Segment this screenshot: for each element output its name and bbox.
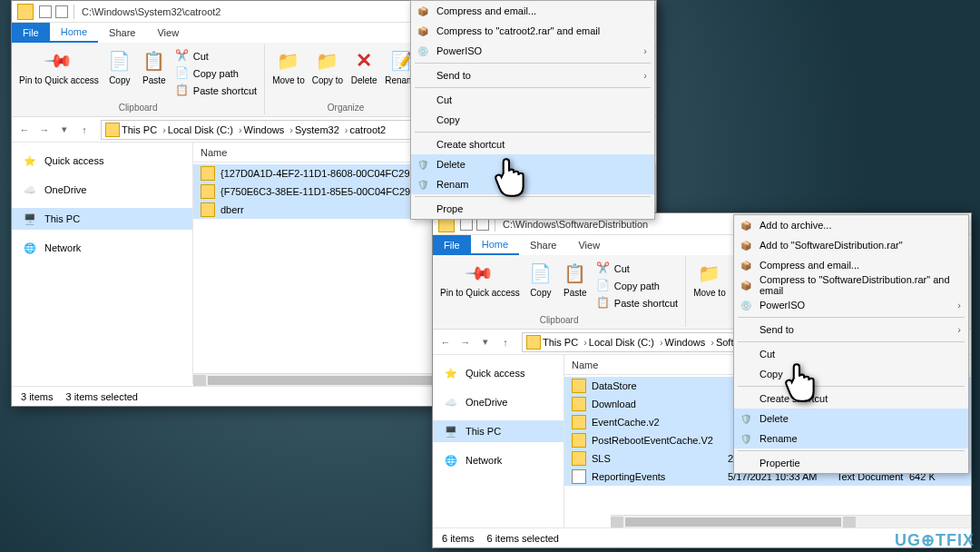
menu-item[interactable]: 💿PowerISO (411, 41, 654, 61)
sidebar-thispc[interactable]: 🖥️This PC (12, 208, 192, 230)
menu-label: Send to (760, 324, 794, 335)
menu-item[interactable]: 💿PowerISO (734, 295, 968, 315)
paste-icon: 📋 (563, 261, 588, 286)
menu-icon: 💿 (738, 297, 754, 313)
paste-button[interactable]: 📋Paste (139, 46, 170, 99)
menu-item[interactable]: 🛡️Renam (411, 174, 654, 194)
star-icon: ⭐ (444, 366, 458, 380)
moveto-button[interactable]: 📁Move to (691, 259, 728, 300)
pasteshort-button[interactable]: 📋Paste shortcut (173, 83, 259, 99)
sidebar-onedrive[interactable]: ☁️OneDrive (12, 179, 192, 201)
menu-item[interactable]: 🛡️Delete (734, 409, 968, 429)
sidebar-quick[interactable]: ⭐Quick access (433, 362, 564, 384)
delete-button[interactable]: ✕Delete (348, 46, 379, 87)
menu-item[interactable]: Copy (411, 110, 654, 130)
qat-check-2[interactable] (55, 5, 68, 18)
menu-item[interactable]: Copy (734, 364, 968, 384)
sidebar-network[interactable]: 🌐Network (12, 237, 192, 259)
menu-label: Copy (760, 369, 783, 380)
menu-label: Compress to "SoftwareDistribution.rar" a… (760, 274, 961, 296)
back-button[interactable]: ← (436, 333, 455, 351)
sidebar-thispc[interactable]: 🖥️This PC (433, 420, 564, 442)
history-dropdown[interactable]: ▾ (476, 333, 495, 351)
up-button[interactable]: ↑ (75, 121, 93, 139)
tab-file[interactable]: File (12, 23, 50, 43)
moveto-icon: 📁 (276, 48, 301, 74)
tab-home[interactable]: Home (471, 235, 519, 255)
qat-check-1[interactable] (39, 5, 52, 18)
breadcrumb-seg[interactable]: Local Disk (C:) (168, 124, 242, 135)
col-name[interactable]: Name (201, 147, 436, 158)
menu-item[interactable]: 📦Compress to "SoftwareDistribution.rar" … (734, 275, 968, 295)
menu-icon: 📦 (415, 3, 431, 19)
menu-item[interactable]: Cut (411, 90, 654, 110)
tab-file[interactable]: File (433, 235, 471, 255)
breadcrumb-seg[interactable]: catroot2 (349, 124, 386, 135)
folder-icon (201, 166, 215, 181)
menu-icon: 📦 (738, 217, 754, 233)
folder-icon (572, 451, 586, 466)
network-icon: 🌐 (444, 453, 458, 468)
menu-item[interactable]: 📦Compress and email... (734, 255, 968, 275)
menu-separator (415, 132, 651, 133)
back-button[interactable]: ← (15, 121, 34, 139)
moveto-button[interactable]: 📁Move to (270, 46, 307, 87)
paste-button[interactable]: 📋Paste (560, 259, 591, 311)
menu-item[interactable]: Propertie (734, 453, 968, 473)
breadcrumb-seg[interactable]: Windows (665, 337, 714, 348)
context-menu-1: 📦Compress and email...📦Compress to "catr… (410, 0, 655, 220)
forward-button[interactable]: → (35, 121, 54, 139)
pin-button[interactable]: 📌Pin to Quick access (438, 259, 522, 311)
menu-item[interactable]: 📦Compress to "catroot2.rar" and email (411, 21, 654, 41)
scrollbar-x[interactable] (611, 515, 971, 527)
tab-home[interactable]: Home (50, 23, 98, 43)
item-count: 3 items (21, 391, 53, 402)
breadcrumb-seg[interactable]: This PC (122, 124, 166, 135)
tab-view[interactable]: View (146, 24, 190, 42)
forward-button[interactable]: → (456, 333, 475, 351)
cut-button[interactable]: ✂️Cut (173, 48, 259, 64)
breadcrumb-seg[interactable]: Windows (244, 124, 293, 135)
copyto-button[interactable]: 📁Copy to (310, 46, 345, 87)
copy-icon: 📄 (528, 261, 554, 286)
tab-share[interactable]: Share (98, 24, 146, 42)
menu-item[interactable]: Cut (734, 344, 968, 364)
col-name[interactable]: Name (572, 360, 708, 370)
copy-button[interactable]: 📄Copy (104, 46, 135, 99)
breadcrumb-seg[interactable]: System32 (295, 124, 348, 135)
copypath-button[interactable]: 📄Copy path (594, 278, 680, 294)
sidebar-onedrive[interactable]: ☁️OneDrive (433, 391, 564, 413)
tab-share[interactable]: Share (519, 236, 567, 254)
text-file-icon (572, 469, 586, 484)
breadcrumb-seg[interactable]: This PC (543, 337, 587, 348)
copypath-button[interactable]: 📄Copy path (173, 65, 259, 82)
sidebar-network[interactable]: 🌐Network (433, 449, 564, 471)
menu-item[interactable]: Prope (411, 199, 654, 219)
selection-count: 3 items selected (65, 391, 137, 402)
copy-button[interactable]: 📄Copy (525, 259, 556, 311)
menu-item[interactable]: 🛡️Delete (411, 154, 654, 174)
copyto-icon: 📁 (315, 48, 340, 74)
up-button[interactable]: ↑ (496, 333, 514, 351)
history-dropdown[interactable]: ▾ (55, 121, 74, 139)
cut-button[interactable]: ✂️Cut (594, 261, 680, 277)
sidebar-quick[interactable]: ⭐Quick access (12, 150, 192, 172)
menu-label: Compress and email... (436, 5, 536, 16)
pin-button[interactable]: 📌Pin to Quick access (17, 46, 101, 99)
clipboard-side: ✂️Cut 📄Copy path 📋Paste shortcut (173, 46, 259, 99)
menu-item[interactable]: 📦Compress and email... (411, 1, 654, 21)
menu-item[interactable]: 📦Add to archive... (734, 215, 968, 235)
tab-view[interactable]: View (567, 236, 611, 254)
menu-item[interactable]: Send to (411, 65, 654, 85)
scroll-thumb[interactable] (625, 518, 841, 527)
menu-item[interactable]: Create shortcut (411, 134, 654, 154)
pasteshort-button[interactable]: 📋Paste shortcut (594, 295, 680, 311)
breadcrumb-seg[interactable]: Local Disk (C:) (589, 337, 663, 348)
menu-item[interactable]: 🛡️Rename (734, 429, 968, 448)
menu-item[interactable]: 📦Add to "SoftwareDistribution.rar" (734, 235, 968, 255)
menu-item[interactable]: Create shortcut (734, 389, 968, 409)
menu-item[interactable]: Send to (734, 320, 968, 340)
file-name: SLS (592, 453, 728, 464)
menu-label: Compress and email... (760, 260, 859, 271)
menu-label: Create shortcut (436, 139, 505, 150)
